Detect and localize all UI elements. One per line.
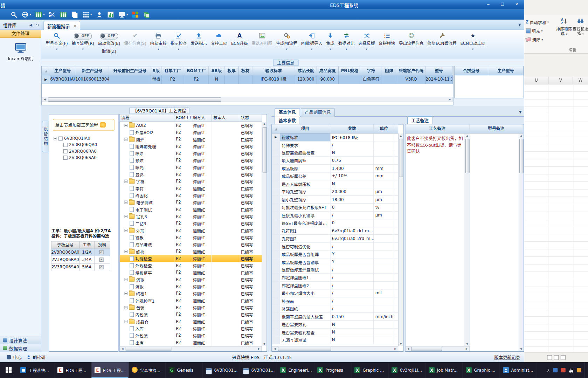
tab-basic-params[interactable]: 基本参数 xyxy=(275,117,300,124)
params-vscrollbar[interactable]: ▲ ▼ xyxy=(398,133,403,346)
scroll-left-icon[interactable]: ◀ xyxy=(120,347,125,350)
column-header[interactable]: S版 xyxy=(151,66,162,75)
sidebar-item-data-management[interactable]: 数据管理 xyxy=(0,344,41,352)
ribbon-button[interactable]: OFF编写流程(R)▾ xyxy=(70,31,96,51)
column-header[interactable]: 成品长度 xyxy=(295,66,317,75)
column-header[interactable]: 单位 xyxy=(374,124,394,133)
dropdown-caret-icon[interactable]: ▾ xyxy=(90,13,92,16)
param-row[interactable]: 板面平整度的最大极差0.150mm/inch xyxy=(272,313,403,321)
dropdown-caret-icon[interactable]: ▾ xyxy=(82,48,84,51)
scroll-up-icon[interactable]: ▲ xyxy=(466,133,468,138)
scroll-left-icon[interactable]: ◀ xyxy=(42,98,47,101)
copy-icon[interactable] xyxy=(69,9,80,19)
flow-row[interactable]: −钻孔3P2谭丽红已编写 xyxy=(120,213,267,220)
grid-dots-icon[interactable] xyxy=(80,9,91,19)
flow-row[interactable]: 功能检查P2谭丽红已编写 xyxy=(120,255,267,262)
flow-row[interactable]: −AOI2P2谭丽红已编写 xyxy=(120,122,267,129)
param-row[interactable]: 平均孔壁铜厚20.000μm xyxy=(272,188,403,196)
incam-terminal-item[interactable]: Incam终端机 xyxy=(0,43,41,62)
fill-button[interactable]: 填充 ▾ xyxy=(526,27,542,34)
param-row[interactable]: ▶验收标准IPC-6018 Ⅱ级 xyxy=(272,133,403,141)
tab-device-structure[interactable]: 设备结构 xyxy=(42,121,48,152)
tray-app-icon[interactable] xyxy=(561,368,566,372)
checkbox[interactable] xyxy=(63,143,68,147)
ribbon-button[interactable]: 重选开料图 xyxy=(250,31,274,46)
tray-app-icon[interactable] xyxy=(553,368,558,372)
column-header[interactable]: 阻焊 xyxy=(381,66,397,75)
column-header[interactable]: 板材 xyxy=(239,66,253,75)
expander-icon[interactable]: − xyxy=(124,320,127,323)
scroll-down-icon[interactable]: ▼ xyxy=(400,342,402,346)
pin-panel-icon[interactable]: ↪ xyxy=(34,23,41,27)
column-header[interactable]: 合拼型号 xyxy=(455,66,488,75)
column-header[interactable]: 成品宽度 xyxy=(317,66,339,75)
column-header[interactable]: 状态 xyxy=(239,114,262,122)
flow-row[interactable]: 字符P2谭丽红已编写 xyxy=(120,185,267,192)
ribbon-button[interactable]: 指示检查▾ xyxy=(169,31,188,51)
clear-button[interactable]: 清除 ▾ xyxy=(526,36,543,43)
taskbar-item[interactable]: XEngineeri... xyxy=(277,362,314,378)
sidebar-item-design-algorithm[interactable]: 设计算法 xyxy=(0,336,41,344)
column-header[interactable]: 工单 xyxy=(79,241,95,248)
search-icon[interactable] xyxy=(8,9,20,19)
layout-view-icon[interactable] xyxy=(554,355,559,360)
flow-row[interactable]: 外观检查P2谭丽红已编写 xyxy=(120,262,267,269)
normal-view-icon[interactable] xyxy=(547,355,552,360)
scroll-right-icon[interactable]: ▶ xyxy=(447,98,452,101)
dropdown-caret-icon[interactable]: ▾ xyxy=(346,48,347,51)
param-row[interactable]: 最小邦定焊盘大小/mil xyxy=(272,289,403,297)
toggle-off-switch[interactable]: OFF xyxy=(100,33,118,39)
column-header[interactable]: 投料 xyxy=(95,241,110,248)
ribbon-button[interactable]: ★ECN自动上网▾ xyxy=(459,31,487,51)
checkbox[interactable] xyxy=(58,137,63,141)
ribbon-sub-button[interactable]: 取消(Z) xyxy=(102,48,116,54)
tab-process-notes[interactable]: 工艺备注 xyxy=(407,117,433,124)
ribbon-button[interactable]: 内部审核▾ xyxy=(148,31,168,51)
flow-row[interactable]: −字符P2谭丽红已编写 xyxy=(120,178,267,185)
taskbar-item[interactable]: Administ... xyxy=(500,362,537,378)
collapse-left-icon[interactable]: ◀ xyxy=(27,23,34,27)
panel-menu-dropdown-icon[interactable]: ▼ xyxy=(519,110,521,114)
param-row[interactable]: 每SET最多允许报废单元0 xyxy=(272,219,403,227)
param-row[interactable]: 每批次最多允许报废SET0% xyxy=(272,204,403,211)
ribbon-button[interactable]: OFF启动修改(E)取消(Z) xyxy=(96,31,122,54)
scroll-left-icon[interactable]: ◀ xyxy=(406,347,411,350)
ribbon-button[interactable]: 修复ECN丢流程 xyxy=(426,31,458,46)
param-row[interactable]: 是否需要翘曲检查N xyxy=(272,149,403,157)
find-select-button[interactable]: 查找和选择 ▾ xyxy=(572,17,588,36)
maximize-button[interactable]: ❐ xyxy=(498,1,507,7)
sidebar-tab-file-processing[interactable]: 文件处理 xyxy=(0,30,41,38)
taskbar-item[interactable]: EEDS工程... xyxy=(54,362,91,378)
taskbar-item[interactable]: EEDS 工程... xyxy=(91,362,129,378)
tray-app-icon[interactable] xyxy=(577,368,581,372)
expander-icon[interactable]: − xyxy=(124,180,127,183)
scissors-icon[interactable] xyxy=(47,9,58,19)
start-button[interactable] xyxy=(0,362,17,378)
ribbon-button[interactable]: 集成▾ xyxy=(325,31,336,51)
column-header[interactable]: 板厚 xyxy=(224,66,239,75)
expander-icon[interactable]: − xyxy=(54,137,57,140)
taskbar-item[interactable]: 工程系统... xyxy=(17,362,54,378)
taskbar-item[interactable]: 6V3RQ01... xyxy=(240,362,277,378)
param-row[interactable]: 补强图纸/ xyxy=(272,305,403,313)
column-header[interactable]: 子板型号 xyxy=(51,241,79,248)
monitor-icon[interactable] xyxy=(116,9,127,19)
flow-row[interactable]: 外观检查1P2谭丽红已编写 xyxy=(120,297,267,304)
tab-product-profile[interactable]: 产品剖面信息 xyxy=(301,108,335,117)
notes-vscrollbar[interactable]: ▲ ▼ xyxy=(465,133,470,346)
expander-icon[interactable]: − xyxy=(124,215,127,218)
flow-vscrollbar[interactable]: ▲ ▼ xyxy=(262,122,267,346)
toggle-off-switch[interactable]: OFF xyxy=(74,33,92,39)
tree-node[interactable]: −6V3RQ01IA0 xyxy=(54,135,117,142)
ribbon-button[interactable]: 数据对比▾ xyxy=(337,31,356,51)
person-icon[interactable] xyxy=(94,9,105,19)
column-header[interactable]: BOM工厂 xyxy=(174,114,191,122)
column-header[interactable]: 验收标准 xyxy=(253,66,295,75)
flow-row[interactable]: 出库P2谭丽红已编写 xyxy=(120,339,267,346)
expander-icon[interactable]: − xyxy=(124,250,127,253)
expander-icon[interactable]: − xyxy=(124,201,127,204)
taskbar-item[interactable]: XJob Matr... xyxy=(426,362,463,378)
scroll-thumb[interactable] xyxy=(465,139,469,173)
taskbar-item[interactable]: 兴森快捷... xyxy=(129,362,166,378)
param-row[interactable]: 邦定焊盘图纸2/ xyxy=(272,282,403,289)
